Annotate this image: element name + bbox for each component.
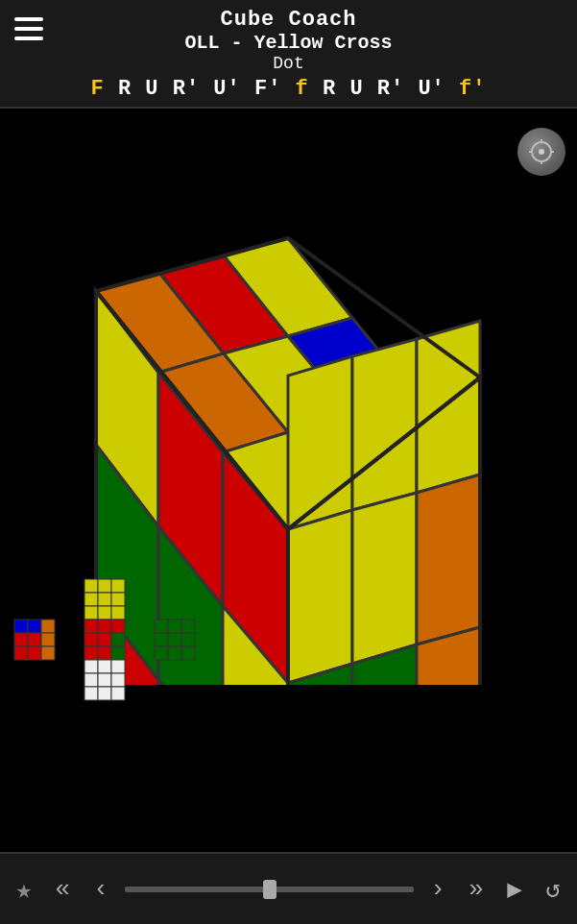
- svg-rect-51: [84, 687, 98, 700]
- svg-rect-28: [98, 620, 111, 633]
- svg-rect-27: [84, 620, 98, 633]
- svg-rect-12: [84, 593, 98, 606]
- favorite-button[interactable]: ★: [5, 865, 43, 913]
- progress-bar-thumb[interactable]: [263, 880, 276, 899]
- svg-rect-38: [181, 620, 195, 633]
- svg-rect-45: [84, 660, 98, 673]
- svg-rect-36: [155, 620, 168, 633]
- svg-rect-48: [84, 673, 98, 687]
- svg-rect-43: [168, 646, 181, 660]
- svg-rect-41: [181, 633, 195, 646]
- svg-rect-15: [84, 606, 98, 620]
- right-cell-1-0: [288, 510, 352, 683]
- svg-rect-49: [98, 673, 111, 687]
- alg-normal1: R U R' U' F': [105, 77, 296, 101]
- svg-rect-22: [28, 633, 41, 646]
- alg-normal2: R U R' U': [309, 77, 459, 101]
- svg-rect-19: [28, 620, 41, 633]
- svg-rect-35: [111, 646, 125, 660]
- svg-rect-47: [111, 660, 125, 673]
- svg-rect-40: [168, 633, 181, 646]
- svg-rect-37: [168, 620, 181, 633]
- svg-rect-50: [111, 673, 125, 687]
- menu-button[interactable]: [8, 8, 50, 50]
- back-button[interactable]: ‹: [82, 865, 120, 913]
- svg-point-1: [539, 149, 544, 155]
- alg-f2: f: [296, 77, 309, 101]
- alg-f3: f': [459, 77, 486, 101]
- svg-rect-46: [98, 660, 111, 673]
- svg-rect-26: [41, 646, 55, 660]
- mini-cube-diagram: [10, 574, 230, 790]
- svg-rect-42: [155, 646, 168, 660]
- svg-rect-11: [111, 579, 125, 593]
- right-cell-1-2: [417, 474, 480, 644]
- svg-rect-52: [98, 687, 111, 700]
- svg-rect-10: [98, 579, 111, 593]
- right-cell-0-2: [417, 321, 480, 493]
- menu-line-2: [14, 27, 43, 31]
- svg-rect-24: [14, 646, 28, 660]
- svg-rect-25: [28, 646, 41, 660]
- svg-rect-33: [84, 646, 98, 660]
- right-cell-0-1: [352, 339, 417, 510]
- svg-rect-32: [111, 633, 125, 646]
- svg-rect-9: [84, 579, 98, 593]
- app-title: Cube Coach: [0, 8, 577, 32]
- algorithm-display: F R U R' U' F' f R U R' U' f': [0, 77, 577, 101]
- subtitle: OLL - Yellow Cross: [0, 32, 577, 54]
- toolbar: ★ « ‹ › » ▶ ↺: [0, 852, 577, 924]
- svg-rect-29: [111, 620, 125, 633]
- svg-rect-18: [14, 620, 28, 633]
- header: Cube Coach OLL - Yellow Cross Dot F R U …: [0, 0, 577, 109]
- play-button[interactable]: ▶: [495, 865, 534, 913]
- svg-rect-16: [98, 606, 111, 620]
- alg-f1: F: [91, 77, 105, 101]
- svg-rect-21: [14, 633, 28, 646]
- svg-rect-44: [181, 646, 195, 660]
- svg-rect-34: [98, 646, 111, 660]
- forward-button[interactable]: ›: [419, 865, 457, 913]
- svg-rect-14: [111, 593, 125, 606]
- case-name: Dot: [0, 54, 577, 73]
- svg-rect-20: [41, 620, 55, 633]
- svg-rect-39: [155, 633, 168, 646]
- svg-rect-23: [41, 633, 55, 646]
- rewind-button[interactable]: «: [43, 865, 82, 913]
- progress-bar[interactable]: [125, 887, 414, 892]
- svg-rect-13: [98, 593, 111, 606]
- svg-rect-53: [111, 687, 125, 700]
- main-area: [0, 109, 577, 810]
- menu-line-1: [14, 17, 43, 21]
- svg-rect-30: [84, 633, 98, 646]
- fast-forward-button[interactable]: »: [457, 865, 495, 913]
- right-cell-1-1: [352, 493, 417, 664]
- reset-view-button[interactable]: [517, 128, 565, 176]
- svg-rect-31: [98, 633, 111, 646]
- svg-rect-17: [111, 606, 125, 620]
- menu-line-3: [14, 36, 43, 40]
- loop-button[interactable]: ↺: [534, 865, 572, 913]
